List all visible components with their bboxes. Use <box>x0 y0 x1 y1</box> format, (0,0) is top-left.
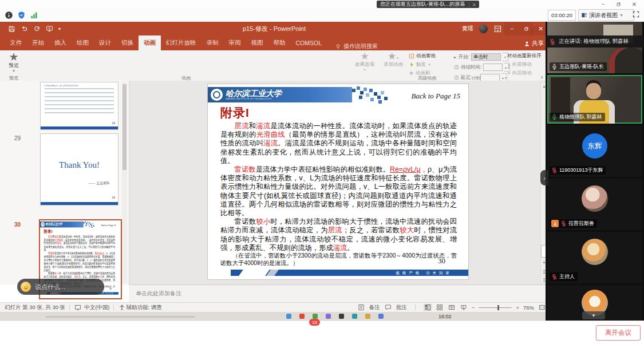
zoom-slider-thumb[interactable] <box>497 305 499 310</box>
video-tile-2[interactable]: 东辉 1190301913于东辉 <box>547 125 642 177</box>
watching-banner: 您正在观看五边形队-黄瑶-队...的屏幕 ≡ <box>377 1 479 8</box>
taskbar-app-icon[interactable] <box>286 314 291 319</box>
ribbon-tab-5[interactable]: 切换 <box>116 35 139 50</box>
zoom-in-icon[interactable]: + <box>516 305 519 311</box>
taskbar-app-icon[interactable] <box>326 314 331 319</box>
zoom-out-icon[interactable]: − <box>472 305 475 311</box>
reading-view-icon[interactable] <box>448 304 456 311</box>
window-restore-button[interactable] <box>611 0 625 8</box>
normal-view-icon[interactable] <box>424 304 432 311</box>
account-avatar[interactable] <box>479 25 488 33</box>
window-close-button[interactable]: ✕ <box>627 0 641 8</box>
taskbar-app-icon[interactable] <box>313 314 318 319</box>
qat-customize-icon[interactable]: ▾ <box>58 26 61 31</box>
thumbnail-scrollbar-thumb[interactable] <box>123 84 127 170</box>
slide-sorter-icon[interactable] <box>436 304 444 311</box>
ribbon-tab-8[interactable]: 录制 <box>202 35 224 50</box>
taskbar-app-icon[interactable] <box>352 314 357 319</box>
ribbon-tab-1[interactable]: 开始 <box>27 35 49 50</box>
fullscreen-icon[interactable] <box>632 10 640 18</box>
ppt-close-button[interactable]: ✕ <box>536 25 545 33</box>
display-settings-icon[interactable] <box>74 304 82 311</box>
collapse-ribbon-icon[interactable]: ∧ <box>540 75 543 80</box>
zoom-level[interactable]: 76% <box>523 305 534 311</box>
chevron-down-icon: ▼ <box>619 13 623 17</box>
participant-label: 五边形队-黄瑶-队长 <box>550 62 607 71</box>
comments-label[interactable]: 批注 <box>396 304 407 311</box>
ribbon-tab-0[interactable]: 文件 <box>5 35 27 50</box>
zoom-slider[interactable] <box>479 307 512 308</box>
notes-toggle-label[interactable]: 备注 <box>369 304 380 311</box>
accessibility-status[interactable]: 辅助功能: 调查 <box>126 304 161 311</box>
tell-me-search[interactable]: 操作说明搜索 <box>335 42 378 50</box>
taskbar-window-fragment <box>46 316 195 318</box>
move-earlier-label[interactable]: 向前移动 <box>512 61 532 68</box>
account-name[interactable]: 黄瑶 <box>462 25 473 33</box>
leave-meeting-button[interactable]: 离开会议 <box>596 325 641 341</box>
ppt-minimize-button[interactable]: − <box>508 25 516 33</box>
share-button[interactable]: 共享 <box>524 39 544 48</box>
slide-canvas[interactable]: 哈尔滨工业大学 HARBIN INSTITUTE OF TECHNOLOGYBa… <box>208 84 468 279</box>
ribbon-tab-10[interactable]: 视图 <box>246 35 268 50</box>
ribbon-options-icon[interactable] <box>493 25 502 33</box>
start-value-dropdown[interactable]: 单击时 <box>471 53 501 61</box>
video-tile-3[interactable]: 拉普拉斯兽 <box>547 179 642 230</box>
taskbar-app-icon[interactable] <box>378 314 384 319</box>
view-mode-button[interactable]: 演讲者视图 ▼ <box>578 9 634 21</box>
move-later-label[interactable]: 向后移动 <box>512 70 532 77</box>
ribbon-tab-11[interactable]: 帮助 <box>268 35 291 50</box>
add-animation-star-icon: ★+ <box>388 52 399 61</box>
start-icon: ▶ <box>454 55 457 59</box>
trigger-button[interactable]: 触发 ▼ <box>409 61 436 68</box>
back-to-page-link[interactable]: Back to Page 15 <box>411 92 460 101</box>
network-signal-icon[interactable] <box>30 11 38 19</box>
emoji-icon[interactable]: ☺ <box>21 282 31 292</box>
language-status[interactable]: 中文(中国) <box>84 304 109 311</box>
sidebar-collapse-handle[interactable]: › <box>540 170 548 185</box>
notes-pane[interactable]: 单击此处添加备注 <box>129 284 548 302</box>
video-tile-1[interactable]: 格物致理队 郭森林 <box>547 75 642 124</box>
ribbon-tab-2[interactable]: 插入 <box>49 35 72 50</box>
meeting-security-icon[interactable] <box>17 11 26 19</box>
video-tile-0[interactable]: 五边形队-黄瑶-队长 <box>547 22 642 73</box>
window-minimize-button[interactable]: − <box>596 0 610 8</box>
meeting-info-icon[interactable] <box>5 11 13 19</box>
effect-options-button[interactable]: ★ 效果选项 ▼ <box>352 52 377 72</box>
save-icon[interactable] <box>8 25 15 33</box>
lightbulb-icon <box>335 44 341 50</box>
ppt-restore-button[interactable] <box>522 25 531 33</box>
thumbnail-slide-28[interactable]: J. Fluid Mech., 62 (1979) 625-657 28 <box>40 82 118 130</box>
video-background <box>551 77 570 117</box>
scroll-more-participants-button[interactable]: ▼ <box>582 311 605 319</box>
quick-chat-overlay[interactable]: ☺ 说点什么... <box>17 279 104 295</box>
duration-input[interactable] <box>483 64 503 71</box>
back-to-page-link[interactable]: Back to Page 15 <box>101 223 116 227</box>
participant-label: 拉普拉斯兽 <box>550 219 597 228</box>
taskbar-app-icon[interactable] <box>339 314 344 319</box>
animation-pane-button[interactable]: 动画窗格 <box>409 53 436 60</box>
banner-menu-icon[interactable]: ≡ <box>469 2 476 7</box>
ribbon-tab-3[interactable]: 绘图 <box>72 35 94 50</box>
slideshow-icon[interactable] <box>46 25 53 33</box>
ribbon-tab-4[interactable]: 设计 <box>94 35 116 50</box>
comments-icon[interactable] <box>384 304 392 311</box>
undo-icon[interactable] <box>21 25 28 33</box>
ribbon-tab-12[interactable]: COMSOL <box>291 35 327 50</box>
redo-icon[interactable] <box>33 25 41 33</box>
notes-toggle-icon[interactable] <box>357 304 365 311</box>
university-banner: 哈尔滨工业大学 HARBIN INSTITUTE OF TECHNOLOGY <box>208 87 352 102</box>
ribbon-tab-7[interactable]: 幻灯片放映 <box>161 35 202 50</box>
thumbnail-scrollbar[interactable] <box>122 82 127 284</box>
taskbar-app-icon[interactable] <box>299 314 305 319</box>
fit-slide-icon[interactable] <box>538 304 546 311</box>
add-animation-button[interactable]: ★+ 添加动画 <box>380 52 406 68</box>
thumbnail-slide-29[interactable]: Thank You! —— 五边形队 29 <box>40 133 118 205</box>
ribbon-tab-9[interactable]: 审阅 <box>224 35 246 50</box>
taskbar-app-icon[interactable] <box>365 314 370 319</box>
ribbon-tab-6[interactable]: 动画 <box>139 35 161 50</box>
video-tile-4[interactable]: 主持人 <box>547 232 642 283</box>
slideshow-view-icon[interactable] <box>460 304 468 311</box>
preview-button[interactable]: ★ 预览 ▼ <box>3 52 24 73</box>
duration-icon <box>454 65 459 70</box>
trigger-icon <box>409 62 414 68</box>
